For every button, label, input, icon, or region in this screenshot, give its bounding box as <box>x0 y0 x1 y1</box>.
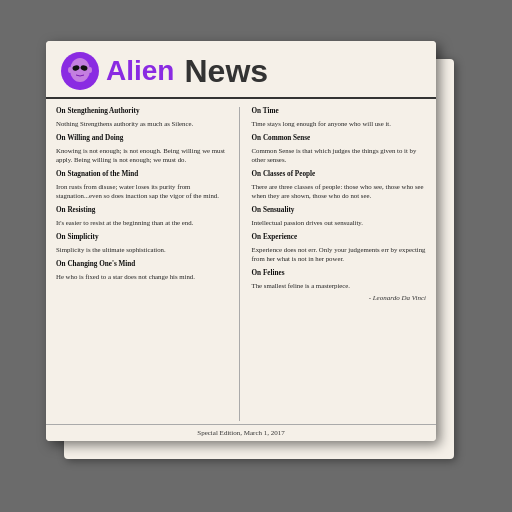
newspaper-footer: Special Edition, March 1, 2017 <box>46 424 436 441</box>
newspaper-front: Alien News On Stengthening AuthorityNoth… <box>46 41 436 441</box>
article-title: On Time <box>252 107 427 117</box>
header-news-text: News <box>184 53 268 90</box>
article-body: Experience does not err. Only your judge… <box>252 245 427 263</box>
header-alien-text: Alien <box>106 55 174 87</box>
article-body: Knowing is not enough; is not enough. Be… <box>56 146 231 164</box>
article-title: On Stagnation of the Mind <box>56 170 231 180</box>
newspaper-content: On Stengthening AuthorityNothing Strengt… <box>46 99 436 429</box>
newspaper-header: Alien News <box>46 41 436 99</box>
article-title: On Simplicity <box>56 233 231 243</box>
article-body: Intellectual passion drives out sensuali… <box>252 218 427 227</box>
article-body: There are three classes of people: those… <box>252 182 427 200</box>
column-left: On Stengthening AuthorityNothing Strengt… <box>56 107 240 421</box>
article-body: Time stays long enough for anyone who wi… <box>252 119 427 128</box>
attribution: - Leonardo Da Vinci <box>252 294 427 303</box>
svg-point-5 <box>88 67 92 73</box>
article-body: Simplicity is the ultimate sophisticatio… <box>56 245 231 254</box>
newspaper-container: Alien News On Stengthening AuthorityNoth… <box>46 41 466 471</box>
article-body: The smallest feline is a masterpiece. <box>252 281 427 290</box>
article-title: On Classes of People <box>252 170 427 180</box>
column-right: On TimeTime stays long enough for anyone… <box>248 107 427 421</box>
article-title: On Willing and Doing <box>56 134 231 144</box>
svg-point-1 <box>70 58 90 82</box>
article-body: Common Sense is that which judges the th… <box>252 146 427 164</box>
article-title: On Sensuality <box>252 206 427 216</box>
alien-icon <box>60 51 100 91</box>
article-title: On Stengthening Authority <box>56 107 231 117</box>
article-body: Iron rusts from disuse; water loses its … <box>56 182 231 200</box>
footer-text: Special Edition, March 1, 2017 <box>197 429 284 437</box>
article-title: On Changing One's Mind <box>56 260 231 270</box>
article-body: He who is fixed to a star does not chang… <box>56 272 231 281</box>
article-title: On Resisting <box>56 206 231 216</box>
article-body: It's easier to resist at the beginning t… <box>56 218 231 227</box>
article-title: On Experience <box>252 233 427 243</box>
svg-point-4 <box>68 67 72 73</box>
article-title: On Felines <box>252 269 427 279</box>
article-title: On Common Sense <box>252 134 427 144</box>
article-body: Nothing Strengthens authority as much as… <box>56 119 231 128</box>
